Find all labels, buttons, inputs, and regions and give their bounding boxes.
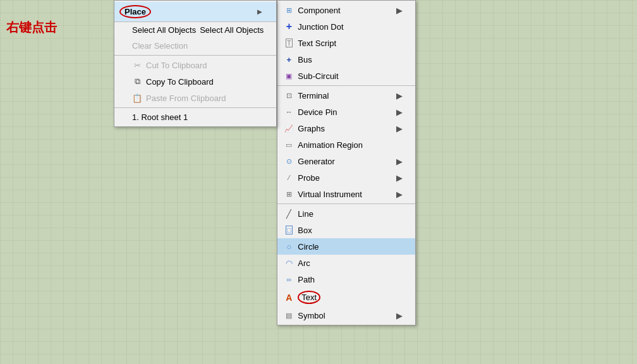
paste-clipboard-item[interactable]: 📋 Paste From Clipboard: [114, 90, 276, 106]
submenu-label-graphs: Graphs: [298, 124, 325, 133]
submenu-label-virtual-instrument: Virtual Instrument: [298, 190, 362, 199]
symbol-icon: ▤: [284, 310, 294, 320]
submenu-item-device-pin[interactable]: ↔Device Pin▶: [277, 104, 415, 120]
select-all-label: Select All Objects: [200, 25, 264, 35]
text-highlight: Text: [298, 291, 320, 304]
submenu-arrow-generator: ▶: [396, 157, 403, 166]
submenu-label-arc: Arc: [298, 258, 310, 268]
root-sheet-label: 1. Root sheet 1: [132, 112, 188, 122]
submenu-arrow-graphs: ▶: [396, 124, 403, 133]
context-menu-wrapper: Place ► Select All Objects Select All Ob…: [114, 0, 416, 325]
cut-clipboard-item[interactable]: ✂ Cut To Clipboard: [114, 57, 276, 73]
place-label: Place: [119, 5, 151, 18]
copy-clipboard-item[interactable]: ⧉ Copy To Clipboard: [114, 73, 276, 90]
left-context-menu: Place ► Select All Objects Select All Ob…: [114, 0, 277, 127]
place-menu-item[interactable]: Place ►: [114, 2, 276, 22]
submenu-item-text-script[interactable]: TText Script: [277, 35, 415, 51]
separator-2: [114, 107, 276, 108]
submenu-label-terminal: Terminal: [298, 91, 329, 100]
graphs-icon: 📈: [284, 123, 294, 133]
submenu-item-box[interactable]: □Box: [277, 222, 415, 238]
submenu-item-graphs[interactable]: 📈Graphs▶: [277, 120, 415, 136]
submenu-label-generator: Generator: [298, 157, 335, 166]
submenu-label-line: Line: [298, 209, 313, 219]
submenu-label-symbol: Symbol: [298, 311, 325, 320]
copy-clipboard-label: Copy To Clipboard: [146, 77, 214, 87]
devicepin-icon: ↔: [284, 107, 294, 117]
generator-icon: ⊙: [284, 156, 294, 166]
submenu-label-path: Path: [298, 275, 315, 284]
submenu-label-probe: Probe: [298, 173, 320, 183]
paste-clipboard-label: Paste From Clipboard: [146, 94, 226, 103]
submenu-item-circle[interactable]: ○Circle: [277, 238, 415, 255]
submenu-item-text[interactable]: AText: [277, 288, 415, 307]
submenu-item-terminal[interactable]: ⊡Terminal▶: [277, 87, 415, 104]
clear-selection-item[interactable]: Clear Selection: [114, 38, 276, 54]
submenu-label-box: Box: [298, 226, 312, 235]
submenu-item-animation-region[interactable]: ▭Animation Region: [277, 136, 415, 153]
submenu-arrow-virtual-instrument: ▶: [396, 190, 403, 199]
right-click-label: 右键点击: [6, 19, 57, 36]
submenu-label-sub-circuit: Sub-Circuit: [298, 71, 338, 81]
submenu-item-virtual-instrument[interactable]: ⊞Virtual Instrument▶: [277, 186, 415, 202]
animregion-icon: ▭: [284, 140, 294, 150]
place-arrow: ►: [255, 7, 264, 16]
separator-1: [114, 55, 276, 56]
bus-icon: +: [284, 54, 294, 64]
text-script-icon: T: [284, 38, 294, 48]
root-sheet-item[interactable]: 1. Root sheet 1: [114, 109, 276, 125]
submenu-label-junction-dot: Junction Dot: [298, 22, 343, 32]
submenu-item-arc[interactable]: ◠Arc: [277, 255, 415, 271]
junction-icon: +: [284, 21, 294, 32]
paste-icon: 📋: [132, 93, 142, 103]
submenu-arrow-symbol: ▶: [396, 311, 403, 320]
submenu-label-bus: Bus: [298, 55, 312, 64]
text-a-icon: A: [284, 293, 294, 303]
subcircuit-icon: ▣: [284, 71, 294, 81]
submenu-item-symbol[interactable]: ▤Symbol▶: [277, 307, 415, 324]
circle-icon: ○: [284, 241, 294, 252]
clear-selection-label: Clear Selection: [132, 41, 188, 51]
cut-clipboard-label: Cut To Clipboard: [146, 61, 207, 70]
line-icon: ╱: [284, 209, 294, 219]
submenu-label-text: Text: [298, 291, 320, 304]
submenu-label-component: Component: [298, 6, 340, 15]
submenu-item-component[interactable]: ⊞Component▶: [277, 2, 415, 18]
select-all-item[interactable]: Select All Objects Select All Objects: [114, 22, 276, 38]
submenu-arrow-probe: ▶: [396, 173, 403, 183]
submenu-item-generator[interactable]: ⊙Generator▶: [277, 153, 415, 169]
submenu-arrow-device-pin: ▶: [396, 107, 403, 117]
submenu-separator: [277, 85, 415, 86]
submenu-arrow-component: ▶: [396, 6, 403, 15]
submenu-label-circle: Circle: [298, 242, 318, 252]
path-icon: ∞: [284, 274, 294, 284]
virtinstr-icon: ⊞: [284, 189, 294, 199]
submenu-item-bus[interactable]: +Bus: [277, 51, 415, 68]
terminal-icon: ⊡: [284, 90, 294, 100]
submenu-item-probe[interactable]: ∕Probe▶: [277, 169, 415, 186]
arc-icon: ◠: [284, 258, 294, 268]
cut-icon: ✂: [132, 60, 142, 70]
submenu-item-line[interactable]: ╱Line: [277, 205, 415, 222]
submenu-item-junction-dot[interactable]: +Junction Dot: [277, 18, 415, 35]
box-icon: □: [284, 225, 294, 235]
submenu-item-path[interactable]: ∞Path: [277, 271, 415, 288]
component-icon: ⊞: [284, 5, 294, 15]
probe-icon: ∕: [284, 173, 294, 183]
submenu-item-sub-circuit[interactable]: ▣Sub-Circuit: [277, 68, 415, 84]
submenu-arrow-terminal: ▶: [396, 91, 403, 100]
submenu-label-animation-region: Animation Region: [298, 140, 363, 150]
place-submenu: ⊞Component▶+Junction DotTText Script+Bus…: [277, 0, 416, 325]
submenu-label-text-script: Text Script: [298, 39, 336, 48]
submenu-separator: [277, 203, 415, 204]
copy-icon: ⧉: [132, 76, 142, 87]
submenu-label-device-pin: Device Pin: [298, 107, 337, 117]
